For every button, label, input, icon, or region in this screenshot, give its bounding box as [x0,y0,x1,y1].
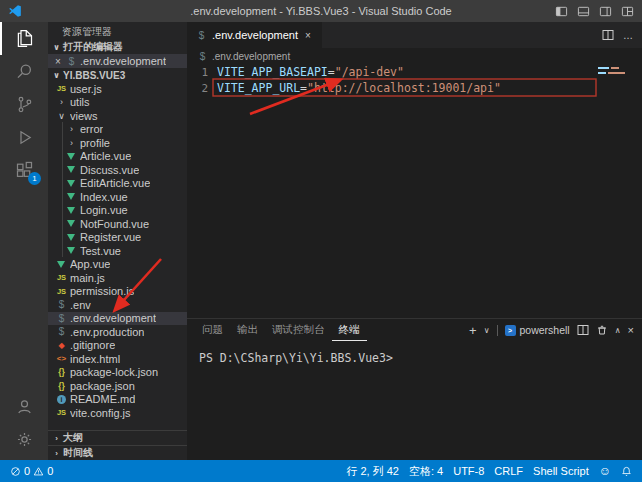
js-icon: JS [56,84,67,93]
tree-item[interactable]: JSvite.config.js [48,406,187,420]
editor-tab-bar: $ .env.development × … [187,22,642,48]
tree-item-env-development[interactable]: $.env.development [48,312,187,326]
tree-item[interactable]: ›utils [48,96,187,110]
tree-item[interactable]: EditArticle.vue [48,177,187,191]
vue-icon [67,180,75,187]
minimap[interactable] [598,67,636,77]
account-icon[interactable] [0,390,48,423]
error-icon [10,466,21,477]
tree-item[interactable]: App.vue [48,258,187,272]
activity-run-debug-icon[interactable] [0,121,48,154]
breadcrumb[interactable]: $ .env.development [187,48,642,64]
status-bar: 0 0 行 2, 列 42 空格: 4 UTF-8 CRLF Shell Scr… [0,460,642,482]
open-editors-header[interactable]: ∨ 打开的编辑器 [48,40,187,54]
tree-item[interactable]: Login.vue [48,204,187,218]
explorer-sidebar: 资源管理器 ∨ 打开的编辑器 × $ .env.development ∨ YI… [48,22,187,460]
editor-code[interactable]: 1 VITE_APP_BASEAPI="/api-dev" 2 VITE_APP… [187,64,642,96]
notifications-bell-icon[interactable] [617,466,636,477]
encoding-status[interactable]: UTF-8 [449,465,488,477]
kill-terminal-trash-icon[interactable] [596,324,608,336]
git-icon: ◆ [56,341,67,350]
js-icon: JS [56,287,67,296]
cursor-position-status[interactable]: 行 2, 列 42 [342,464,403,479]
tree-item[interactable]: NotFound.vue [48,217,187,231]
tree-item[interactable]: {}package-lock.json [48,366,187,380]
line-number: 1 [187,66,217,79]
env-icon: $ [196,30,207,41]
maximize-panel-icon[interactable]: ∧ [615,326,621,335]
tree-item[interactable]: <>index.html [48,352,187,366]
close-icon[interactable]: × [303,30,313,41]
vue-icon [67,166,75,173]
activity-extensions-icon[interactable]: 1 [0,154,48,187]
vue-icon [67,220,75,227]
tree-item[interactable]: iREADME.md [48,393,187,407]
activity-explorer-icon[interactable] [0,22,48,55]
vscode-logo-icon [8,4,22,18]
tree-item[interactable]: JSuser.js [48,82,187,96]
sidebar-title: 资源管理器 [48,22,187,40]
eol-status[interactable]: CRLF [490,465,527,477]
problems-status[interactable]: 0 0 [6,465,57,477]
chevron-right-icon: › [66,124,77,134]
close-panel-icon[interactable]: × [628,324,634,336]
tree-item[interactable]: ›error [48,123,187,137]
sidebar-bottom-sections: › 大纲 › 时间线 [48,430,187,460]
tree-item[interactable]: Index.vue [48,190,187,204]
terminal-dropdown-icon[interactable]: ∨ [484,326,490,335]
activity-bar: 1 [0,22,48,460]
separator [497,325,498,336]
terminal-instance-powershell[interactable]: > powershell [505,324,570,336]
settings-gear-icon[interactable] [0,423,48,456]
chevron-down-icon: ∨ [56,111,67,121]
tree-item[interactable]: Test.vue [48,244,187,258]
toggle-secondary-sidebar-icon[interactable] [599,5,612,18]
tree-item[interactable]: $.env [48,298,187,312]
open-editor-item[interactable]: × $ .env.development [48,54,187,68]
terminal-prompt: PS D:\CSharp\Yi\Yi.BBS.Vue3> [199,351,393,365]
toggle-panel-icon[interactable] [577,5,590,18]
bottom-panel: 问题 输出 调试控制台 终端 + ∨ > powershell ∧ × PS D… [187,318,642,460]
code-line: 1 VITE_APP_BASEAPI="/api-dev" [187,64,642,80]
activity-source-control-icon[interactable] [0,88,48,121]
terminal-content[interactable]: PS D:\CSharp\Yi\Yi.BBS.Vue3> [187,341,642,365]
json-icon: {} [56,367,67,377]
tab-problems[interactable]: 问题 [195,319,230,341]
window-title: .env.development - Yi.BBS.Vue3 - Visual … [90,5,552,17]
tree-item[interactable]: Register.vue [48,231,187,245]
language-mode-status[interactable]: Shell Script [529,465,593,477]
tree-item[interactable]: {}package.json [48,379,187,393]
tree-item[interactable]: ◆.gitignore [48,339,187,353]
outline-section-header[interactable]: › 大纲 [48,430,187,445]
indentation-status[interactable]: 空格: 4 [405,464,447,479]
tab-terminal[interactable]: 终端 [332,319,367,341]
tree-item[interactable]: ›profile [48,136,187,150]
split-editor-icon[interactable] [602,29,614,41]
customize-layout-icon[interactable] [621,5,634,18]
tree-item[interactable]: Discuss.vue [48,163,187,177]
js-icon: JS [56,273,67,282]
close-icon[interactable]: × [53,56,63,67]
chevron-right-icon: › [66,138,77,148]
extensions-badge: 1 [28,172,41,185]
new-terminal-icon[interactable]: + [469,323,477,338]
tree-item[interactable]: $.env.production [48,325,187,339]
tree-item[interactable]: JSmain.js [48,271,187,285]
feedback-smiley-icon[interactable]: ☺ [595,464,615,478]
title-bar: .env.development - Yi.BBS.Vue3 - Visual … [0,0,642,22]
tab-debug-console[interactable]: 调试控制台 [265,319,332,341]
tree-item[interactable]: JSpermission.js [48,285,187,299]
project-root-header[interactable]: ∨ YI.BBS.VUE3 [48,68,187,82]
line-number: 2 [187,82,217,95]
json-icon: {} [56,381,67,391]
indent-guide [62,122,63,257]
activity-search-icon[interactable] [0,55,48,88]
tab-output[interactable]: 输出 [230,319,265,341]
tree-item[interactable]: ∨views [48,109,187,123]
tab-env-development[interactable]: $ .env.development × [187,22,322,48]
timeline-section-header[interactable]: › 时间线 [48,445,187,460]
split-terminal-icon[interactable] [577,324,589,336]
tree-item[interactable]: Article.vue [48,150,187,164]
toggle-sidebar-icon[interactable] [555,5,568,18]
more-actions-icon[interactable]: … [623,30,633,41]
